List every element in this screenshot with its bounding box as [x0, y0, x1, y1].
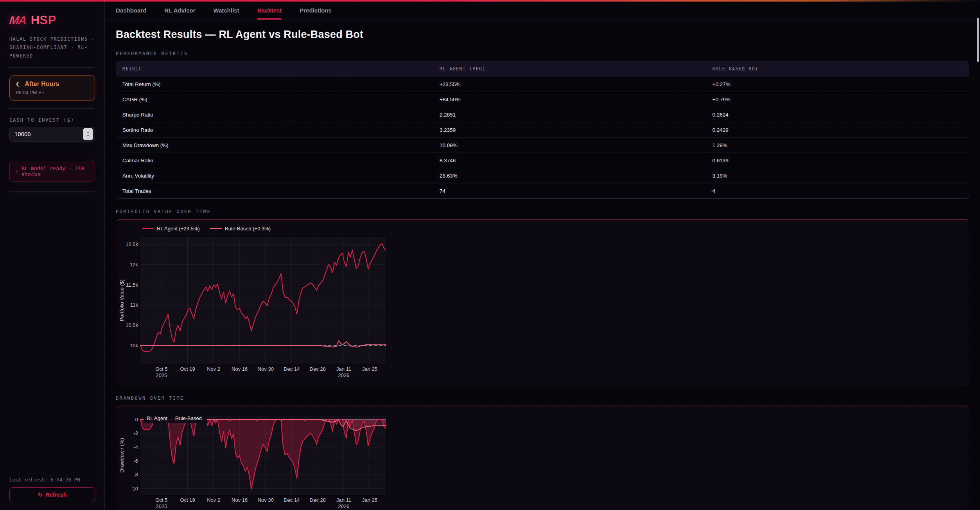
check-icon: ✓: [15, 168, 18, 174]
model-status-badge: ✓ RL model ready · 210 stocks: [9, 161, 95, 182]
cash-to-invest-input[interactable]: 10000 ▴ ▾: [9, 127, 95, 142]
tab-backtest[interactable]: Backtest: [257, 2, 282, 20]
svg-text:Nov 2: Nov 2: [207, 366, 220, 372]
svg-text:12k: 12k: [130, 262, 138, 268]
table-cell: 3.19%: [706, 168, 969, 183]
legend-item[interactable]: Rule-Based: [175, 415, 202, 421]
app-tagline: HALAL STOCK PREDICTIONS · SHARIAH-COMPLI…: [9, 35, 95, 60]
legend-label: RL Agent (+23.5%): [157, 226, 200, 232]
top-accent-bar: [0, 0, 980, 2]
column-header: METRIC: [116, 61, 433, 77]
stepper-down-icon[interactable]: ▾: [87, 134, 89, 137]
svg-text:11k: 11k: [130, 302, 138, 308]
divider: [9, 108, 95, 109]
logo-mark-icon: MA: [9, 14, 27, 27]
drawdown-chart-card: RL AgentRule-Based 0-2-4-6-8-10Oct 52025…: [116, 406, 969, 510]
svg-text:Nov 2: Nov 2: [207, 497, 220, 503]
tab-watchlist[interactable]: Watchlist: [214, 2, 239, 20]
svg-text:-8: -8: [133, 472, 138, 478]
page-title: Backtest Results — RL Agent vs Rule-Base…: [116, 29, 969, 41]
portfolio-chart: 10k10.5k11k11.5k12k12.5kOct 52025Oct 19N…: [118, 232, 391, 379]
refresh-button[interactable]: ↻ Refresh: [9, 487, 95, 502]
table-cell: CAGR (%): [116, 92, 433, 107]
table-cell: 0.2429: [706, 122, 969, 138]
svg-text:Oct 19: Oct 19: [180, 497, 195, 503]
table-cell: 4: [706, 183, 969, 199]
svg-text:-2: -2: [133, 430, 138, 436]
table-row: Max Drawdown (%)10.09%1.29%: [116, 138, 969, 153]
svg-text:-4: -4: [133, 444, 138, 450]
svg-text:0: 0: [135, 417, 138, 422]
table-header-row: METRICRL AGENT (PPO)RULE-BASED BOT: [116, 61, 969, 77]
svg-text:2026: 2026: [338, 372, 350, 378]
legend-label: Rule-Based (+0.3%): [225, 226, 271, 232]
divider: [9, 151, 95, 151]
svg-text:Drawdown (%): Drawdown (%): [119, 438, 125, 473]
portfolio-chart-legend: RL Agent (+23.5%)Rule-Based (+0.3%): [142, 224, 969, 232]
svg-text:Jan 25: Jan 25: [362, 497, 377, 503]
table-row: Total Trades744: [116, 183, 969, 199]
svg-text:12.5k: 12.5k: [126, 241, 138, 247]
table-cell: 28.63%: [433, 168, 706, 183]
moon-icon: ☾: [16, 81, 22, 88]
market-status-label: After Hours: [25, 81, 59, 88]
legend-item[interactable]: Rule-Based (+0.3%): [210, 226, 271, 232]
svg-text:2026: 2026: [338, 503, 350, 509]
portfolio-section-label: PORTFOLIO VALUE OVER TIME: [116, 209, 969, 214]
drawdown-chart-legend: RL AgentRule-Based: [144, 413, 207, 423]
table-cell: +84.50%: [433, 92, 706, 107]
top-nav: DashboardRL AdvisorWatchlistBacktestPred…: [105, 2, 980, 20]
table-cell: 0.2624: [706, 107, 969, 122]
main-panel: DashboardRL AdvisorWatchlistBacktestPred…: [105, 2, 980, 510]
svg-text:2025: 2025: [156, 503, 167, 509]
table-cell: 74: [433, 183, 706, 199]
svg-text:Portfolio Value ($): Portfolio Value ($): [119, 279, 125, 321]
number-stepper[interactable]: ▴ ▾: [83, 128, 93, 140]
table-cell: Total Return (%): [116, 77, 433, 92]
table-row: Sortino Ratio3.23590.2429: [116, 122, 969, 138]
tab-predictions[interactable]: Predictions: [300, 2, 332, 20]
legend-label: Rule-Based: [175, 415, 202, 421]
drawdown-section-label: DRAWDOWN OVER TIME: [116, 395, 969, 401]
column-header: RULE-BASED BOT: [706, 61, 969, 77]
svg-text:Dec 28: Dec 28: [310, 497, 326, 503]
svg-text:Jan 11: Jan 11: [336, 497, 351, 503]
table-row: Sharpe Ratio2.28510.2624: [116, 107, 969, 122]
svg-text:Nov 16: Nov 16: [232, 366, 248, 372]
tab-rl-advisor[interactable]: RL Advisor: [164, 2, 195, 20]
svg-text:Oct 5: Oct 5: [155, 366, 167, 372]
performance-metrics-table: METRICRL AGENT (PPO)RULE-BASED BOT Total…: [116, 61, 969, 199]
table-row: CAGR (%)+84.50%+0.79%: [116, 92, 969, 107]
svg-text:Nov 30: Nov 30: [258, 497, 274, 503]
legend-item[interactable]: RL Agent: [147, 415, 167, 421]
table-row: Total Return (%)+23.55%+0.27%: [116, 77, 969, 92]
svg-text:Dec 14: Dec 14: [284, 366, 300, 372]
logo: MA HSP: [9, 13, 95, 27]
table-cell: +0.27%: [706, 77, 969, 92]
svg-text:11.5k: 11.5k: [126, 282, 138, 288]
performance-metrics-label: PERFORMANCE METRICS: [116, 51, 969, 56]
market-status-time: 06:04 PM ET: [16, 90, 88, 95]
table-cell: Sharpe Ratio: [116, 107, 433, 122]
refresh-button-label: Refresh: [46, 492, 67, 498]
cash-to-invest-label: CASH TO INVEST ($): [9, 117, 95, 123]
svg-text:-6: -6: [133, 458, 138, 464]
vertical-scrollbar[interactable]: [977, 18, 979, 62]
divider: [9, 67, 95, 68]
table-cell: Calmar Ratio: [116, 153, 433, 168]
tab-dashboard[interactable]: Dashboard: [116, 2, 146, 20]
svg-text:Jan 11: Jan 11: [336, 366, 351, 372]
table-cell: 3.2359: [433, 122, 706, 138]
svg-text:Oct 19: Oct 19: [180, 366, 195, 372]
table-cell: 8.3746: [433, 153, 706, 168]
svg-text:Dec 14: Dec 14: [284, 497, 300, 503]
legend-swatch: [142, 228, 154, 229]
svg-text:10k: 10k: [130, 343, 138, 348]
column-header: RL AGENT (PPO): [433, 61, 706, 77]
sidebar: MA HSP HALAL STOCK PREDICTIONS · SHARIAH…: [0, 2, 105, 510]
legend-label: RL Agent: [147, 415, 167, 421]
svg-text:Nov 16: Nov 16: [232, 497, 248, 503]
table-row: Calmar Ratio8.37460.6139: [116, 153, 969, 168]
table-cell: Total Trades: [116, 183, 433, 199]
legend-item[interactable]: RL Agent (+23.5%): [142, 226, 200, 232]
